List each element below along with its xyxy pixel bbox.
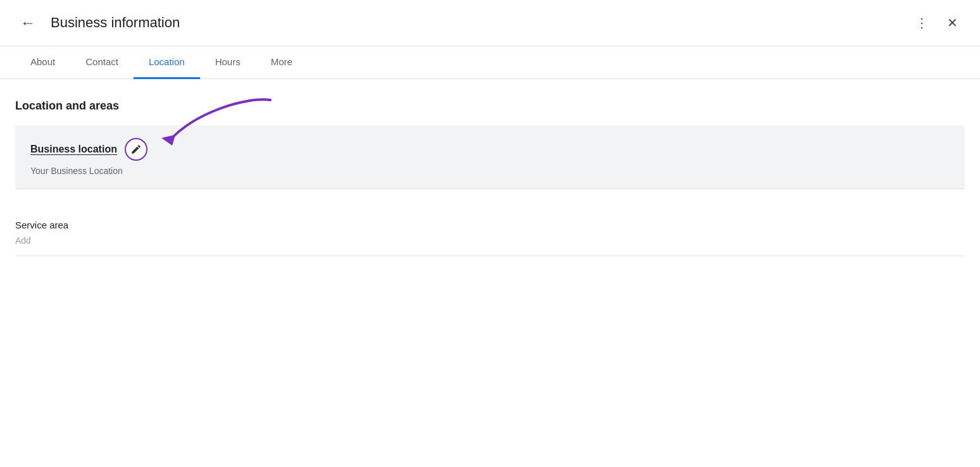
main-content: Location and areas Business location	[0, 79, 980, 277]
section-divider	[15, 189, 965, 189]
business-location-row: Business location Your Business Location	[15, 125, 965, 189]
service-area-section: Service area Add	[15, 204, 965, 246]
service-area-title: Service area	[15, 220, 965, 230]
edit-business-location-button[interactable]	[125, 138, 148, 161]
business-location-header: Business location	[30, 138, 950, 161]
header-actions: ⋮ ✕	[909, 10, 965, 35]
header: ← Business information ⋮ ✕	[0, 0, 980, 46]
bottom-divider	[15, 256, 965, 256]
back-button[interactable]: ←	[15, 10, 41, 35]
more-icon: ⋮	[915, 15, 928, 30]
tab-more[interactable]: More	[256, 46, 308, 79]
close-icon: ✕	[947, 15, 958, 30]
back-icon: ←	[20, 14, 35, 32]
svg-marker-0	[161, 135, 175, 146]
page-title: Business information	[51, 15, 909, 31]
tabs-nav: About Contact Location Hours More	[0, 46, 980, 79]
business-location-value: Your Business Location	[30, 166, 950, 176]
tab-about[interactable]: About	[15, 46, 70, 79]
business-location-label: Business location	[30, 144, 117, 155]
section-title: Location and areas	[15, 99, 965, 113]
close-button[interactable]: ✕	[939, 10, 965, 35]
tab-hours[interactable]: Hours	[200, 46, 256, 79]
service-area-add-button[interactable]: Add	[15, 235, 965, 246]
pencil-icon	[130, 144, 142, 155]
tab-location[interactable]: Location	[134, 46, 200, 79]
edit-button-container	[125, 138, 148, 161]
more-options-button[interactable]: ⋮	[909, 10, 934, 35]
tab-contact[interactable]: Contact	[70, 46, 134, 79]
